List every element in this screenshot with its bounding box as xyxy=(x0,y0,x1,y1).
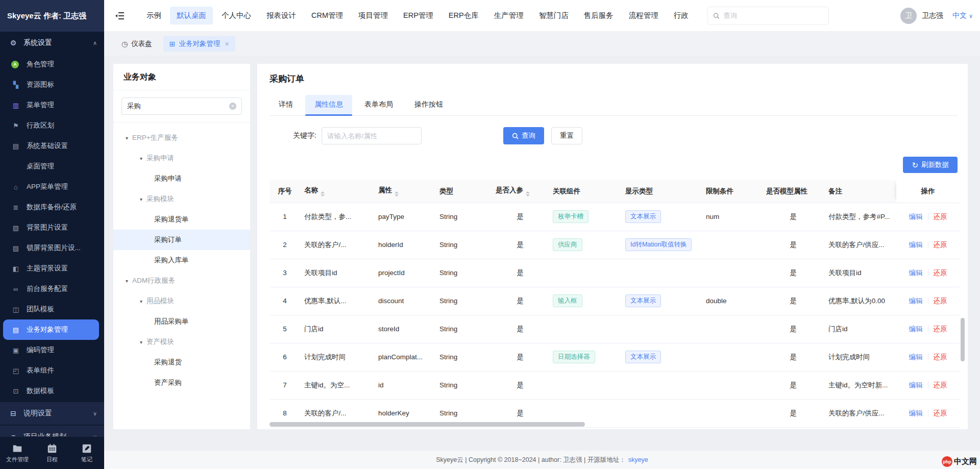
dock-item-label: 日程 xyxy=(46,456,58,463)
horizontal-scrollbar[interactable] xyxy=(270,422,585,427)
restore-link[interactable]: 还原 xyxy=(934,241,947,249)
edit-link[interactable]: 编辑 xyxy=(909,353,923,361)
tab-business-object-mgmt[interactable]: ⊞ 业务对象管理 × xyxy=(163,36,235,52)
tab-action-buttons[interactable]: 操作按钮 xyxy=(405,95,452,115)
tab-dashboard[interactable]: ◷ 仪表盘 xyxy=(115,36,158,52)
sidebar-item-front-service[interactable]: ∞前台服务配置 xyxy=(0,279,104,299)
panel-title: 业务对象 xyxy=(113,64,250,90)
sidebar-section-description-settings[interactable]: ⊟ 说明设置 ∨ xyxy=(0,402,104,425)
tab-attribute-info[interactable]: 属性信息 xyxy=(305,95,352,115)
nav-item-smart-store[interactable]: 智慧门店 xyxy=(532,7,575,24)
tree-node[interactable]: 采购申请 xyxy=(113,168,250,189)
tree-node[interactable]: 用品采购单 xyxy=(113,311,250,332)
vertical-scrollbar[interactable] xyxy=(961,318,965,361)
sort-icon[interactable] xyxy=(321,191,325,196)
nav-item-administration[interactable]: 行政 xyxy=(667,7,695,24)
edit-link[interactable]: 编辑 xyxy=(909,269,923,277)
tree-node-selected[interactable]: 采购订单 xyxy=(113,230,250,250)
table-row: 4 优惠率,默认... discount String 是 输入框 文本展示 d… xyxy=(270,287,960,315)
restore-link[interactable]: 还原 xyxy=(934,381,947,389)
cell-in-param: 是 xyxy=(492,343,549,371)
restore-link[interactable]: 还原 xyxy=(934,353,947,361)
restore-link[interactable]: 还原 xyxy=(934,213,947,220)
cell-remark: 关联的客户/供应... xyxy=(824,231,896,259)
tree-node[interactable]: ▾资产模块 xyxy=(113,332,250,352)
cell-no: 4 xyxy=(270,287,300,315)
tree-node[interactable]: 采购退货 xyxy=(113,352,250,373)
edit-link[interactable]: 编辑 xyxy=(909,213,923,220)
edit-link[interactable]: 编辑 xyxy=(909,241,923,249)
sidebar-item-app-menu[interactable]: ⌂APP菜单管理 xyxy=(0,177,104,197)
tree-node[interactable]: ▾ADM行政服务 xyxy=(113,270,250,291)
tree-node[interactable]: ▾采购模块 xyxy=(113,189,250,209)
nav-item-crm[interactable]: CRM管理 xyxy=(305,7,350,24)
clock-icon: ◷ xyxy=(121,40,128,48)
close-icon[interactable]: × xyxy=(225,40,229,48)
nav-item-examples[interactable]: 示例 xyxy=(140,7,168,24)
sidebar-item-desktop-mgmt[interactable]: 桌面管理 xyxy=(0,156,104,177)
tab-details[interactable]: 详情 xyxy=(270,95,302,115)
restore-link[interactable]: 还原 xyxy=(934,409,947,417)
nav-item-production[interactable]: 生产管理 xyxy=(487,7,530,24)
sidebar-item-menu-mgmt[interactable]: ▥菜单管理 xyxy=(0,95,104,115)
restore-link[interactable]: 还原 xyxy=(934,297,947,305)
edit-link[interactable]: 编辑 xyxy=(909,381,923,389)
user-name[interactable]: 卫志强 xyxy=(922,11,943,20)
sidebar-item-data-template[interactable]: ⊡数据模板 xyxy=(0,381,104,401)
sidebar-item-bg-image[interactable]: ▧背景图片设置 xyxy=(0,217,104,238)
restore-link[interactable]: 还原 xyxy=(934,269,947,277)
keyword-input[interactable] xyxy=(322,127,422,144)
nav-item-personal-center[interactable]: 个人中心 xyxy=(215,7,258,24)
cell-is-model: 是 xyxy=(762,231,824,259)
app-logo: Skyeye云 作者: 卫志强 xyxy=(0,0,104,32)
sidebar-section-system-settings[interactable]: ⚙ 系统设置 ∧ xyxy=(0,32,104,54)
sidebar-item-theme-bg[interactable]: ◧主题背景设置 xyxy=(0,258,104,279)
sidebar-item-role-mgmt[interactable]: A角色管理 xyxy=(0,54,104,75)
language-switcher[interactable]: 中文 ∨ xyxy=(952,11,973,20)
sort-icon[interactable] xyxy=(526,191,530,196)
table-row: 5 门店id storeId String 是 是 门店id 编辑还原 xyxy=(270,315,960,343)
tab-form-layout[interactable]: 表单布局 xyxy=(355,95,402,115)
nav-item-erp-warehouse[interactable]: ERP仓库 xyxy=(442,7,485,24)
sidebar-item-admin-region[interactable]: ⚑行政区划 xyxy=(0,115,104,136)
sidebar-item-team-template[interactable]: ◫团队模板 xyxy=(0,299,104,319)
sidebar-item-form-components[interactable]: ◰表单组件 xyxy=(0,360,104,381)
tree-node[interactable]: ▾采购申请 xyxy=(113,148,250,168)
tree-node[interactable]: ▾ERP+生产服务 xyxy=(113,128,250,148)
tree-node[interactable]: 资产采购 xyxy=(113,373,250,393)
sort-icon[interactable] xyxy=(395,191,399,196)
refresh-data-button[interactable]: ↻ 刷新数据 xyxy=(903,157,958,173)
skyeye-link[interactable]: skyeye xyxy=(628,456,648,463)
dock-item-notes[interactable]: 笔记 xyxy=(69,437,104,469)
sidebar-section-project-planning[interactable]: ≡ 项目业务规划 ∨ xyxy=(0,426,104,436)
nav-item-project-mgmt[interactable]: 项目管理 xyxy=(352,7,395,24)
sidebar-item-system-base[interactable]: ▤系统基础设置 xyxy=(0,136,104,156)
nav-item-default-desktop[interactable]: 默认桌面 xyxy=(170,7,213,24)
nav-item-report-design[interactable]: 报表设计 xyxy=(260,7,303,24)
menu-fold-icon[interactable] xyxy=(113,9,127,22)
sidebar-item-resource-icons[interactable]: ▚资源图标 xyxy=(0,75,104,95)
nav-item-after-sales[interactable]: 售后服务 xyxy=(577,7,620,24)
avatar[interactable]: 卫 xyxy=(900,8,917,24)
monitor-icon: ⊟ xyxy=(8,409,18,417)
tree-node[interactable]: 采购退货单 xyxy=(113,209,250,230)
search-button[interactable]: 查询 xyxy=(503,127,544,144)
sidebar-item-lockscreen-bg[interactable]: ▨锁屏背景图片设... xyxy=(0,238,104,258)
sidebar-item-business-object[interactable]: ▤业务对象管理 xyxy=(3,319,99,340)
tree-node[interactable]: ▾用品模块 xyxy=(113,291,250,311)
dock-item-schedule[interactable]: 日程 xyxy=(35,437,69,469)
global-search-input[interactable] xyxy=(723,12,823,19)
sidebar-item-code-mgmt[interactable]: ▣编码管理 xyxy=(0,340,104,360)
edit-link[interactable]: 编辑 xyxy=(909,325,923,333)
clear-icon[interactable]: ✕ xyxy=(229,103,236,110)
reset-button[interactable]: 重置 xyxy=(551,127,582,144)
nav-item-process-mgmt[interactable]: 流程管理 xyxy=(622,7,665,24)
tree-node[interactable]: 采购入库单 xyxy=(113,250,250,270)
restore-link[interactable]: 还原 xyxy=(934,325,947,333)
edit-link[interactable]: 编辑 xyxy=(909,297,923,305)
nav-item-erp[interactable]: ERP管理 xyxy=(397,7,440,24)
edit-link[interactable]: 编辑 xyxy=(909,409,923,417)
dock-item-file-mgmt[interactable]: 文件管理 xyxy=(0,437,35,469)
sidebar-item-db-backup[interactable]: ≣数据库备份/还原 xyxy=(0,197,104,217)
tree-search-input[interactable] xyxy=(127,103,229,110)
